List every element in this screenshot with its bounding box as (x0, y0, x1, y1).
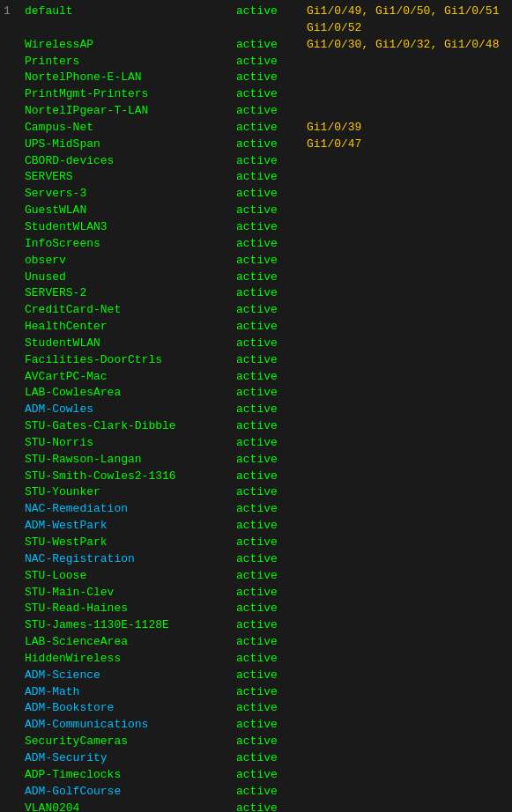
vlan-status: active (236, 385, 307, 402)
table-row: StudentWLAN active (0, 336, 512, 352)
row-number (4, 484, 25, 501)
table-row: CBORD-devices active (0, 153, 512, 170)
vlan-name: LAB-ScienceArea (25, 634, 236, 651)
vlan-status: active (236, 585, 307, 602)
vlan-ports (307, 336, 508, 352)
row-number (4, 734, 25, 750)
vlan-name: UPS-MidSpan (25, 137, 236, 153)
vlan-status: active (236, 617, 307, 634)
vlan-name: STU-James-1130E-1128E (25, 617, 236, 634)
vlan-ports (307, 501, 508, 518)
table-row: WirelessAP active Gi1/0/30, Gi1/0/32, Gi… (0, 37, 512, 54)
vlan-status: active (236, 169, 307, 186)
vlan-status: active (236, 435, 307, 452)
table-row: ADM-Science active (0, 668, 512, 684)
vlan-name: observ (25, 253, 236, 269)
vlan-name: NAC-Remediation (25, 501, 236, 518)
vlan-ports (307, 186, 508, 203)
row-number (4, 186, 25, 203)
vlan-name: VLAN0204 (25, 801, 236, 813)
vlan-status: active (236, 203, 307, 219)
vlan-name: Printers (25, 54, 236, 70)
vlan-status: active (236, 285, 307, 302)
vlan-name: WirelessAP (25, 37, 236, 54)
table-row: NAC-Remediation active (0, 501, 512, 518)
vlan-ports (307, 535, 508, 551)
vlan-status: active (236, 137, 307, 153)
vlan-status: active (236, 501, 307, 518)
table-row: ADM-Bookstore active (0, 700, 512, 717)
table-row: SERVERS active (0, 169, 512, 186)
vlan-ports (307, 253, 508, 269)
vlan-ports (307, 750, 508, 767)
vlan-name: STU-Loose (25, 568, 236, 585)
vlan-name: STU-Main-Clev (25, 585, 236, 602)
vlan-status: active (236, 103, 307, 120)
vlan-ports (307, 269, 508, 286)
row-number (4, 767, 25, 784)
vlan-name: ADM-Communications (25, 717, 236, 734)
vlan-ports (307, 767, 508, 784)
vlan-name: STU-Younker (25, 484, 236, 501)
table-row: LAB-ScienceArea active (0, 634, 512, 651)
vlan-name: SERVERS (25, 169, 236, 186)
table-row: STU-James-1130E-1128E active (0, 617, 512, 634)
table-row: SecurityCameras active (0, 734, 512, 750)
vlan-status: active (236, 750, 307, 767)
table-row: VLAN0204 active (0, 801, 512, 813)
vlan-status: active (236, 767, 307, 784)
row-number (4, 452, 25, 469)
row-number (4, 435, 25, 452)
vlan-name: Facilities-DoorCtrls (25, 352, 236, 369)
vlan-name: PrintMgmt-Printers (25, 86, 236, 103)
vlan-name: ADM-Math (25, 684, 236, 701)
vlan-status: active (236, 651, 307, 668)
vlan-name: SERVERS-2 (25, 285, 236, 302)
row-number: 1 (4, 4, 25, 20)
row-number (4, 219, 25, 236)
row-number (4, 86, 25, 103)
vlan-status: active (236, 302, 307, 319)
vlan-status: active (236, 518, 307, 535)
vlan-ports (307, 319, 508, 336)
vlan-ports (307, 302, 508, 319)
row-number (4, 153, 25, 170)
table-row: HealthCenter active (0, 319, 512, 336)
vlan-ports (307, 103, 508, 120)
table-row: Unused active (0, 269, 512, 286)
vlan-ports (307, 435, 508, 452)
vlan-status: active (236, 219, 307, 236)
table-row: Servers-3 active (0, 186, 512, 203)
table-row: ADM-Security active (0, 750, 512, 767)
vlan-ports (307, 684, 508, 701)
vlan-ports (307, 203, 508, 219)
vlan-ports (307, 402, 508, 418)
vlan-ports (307, 734, 508, 750)
table-row: StudentWLAN3 active (0, 219, 512, 236)
vlan-name: STU-WestPark (25, 535, 236, 551)
row-number (4, 236, 25, 253)
table-row: ADM-GolfCourse active (0, 784, 512, 801)
table-row: NortelIPgear-T-LAN active (0, 103, 512, 120)
row-number (4, 518, 25, 535)
vlan-ports (307, 651, 508, 668)
vlan-name: Unused (25, 269, 236, 286)
vlan-ports (307, 784, 508, 801)
vlan-name: ADP-Timeclocks (25, 767, 236, 784)
row-number (4, 169, 25, 186)
vlan-name: ADM-Cowles (25, 402, 236, 418)
vlan-ports (307, 585, 508, 602)
table-row: ADM-WestPark active (0, 518, 512, 535)
row-number (4, 601, 25, 617)
vlan-name: STU-Rawson-Langan (25, 452, 236, 469)
vlan-ports (307, 484, 508, 501)
vlan-status: active (236, 535, 307, 551)
vlan-status: active (236, 120, 307, 137)
vlan-ports: Gi1/0/52 (307, 20, 508, 37)
vlan-name: AVCartPC-Mac (25, 369, 236, 386)
vlan-status: active (236, 253, 307, 269)
row-number (4, 801, 25, 813)
row-number (4, 103, 25, 120)
vlan-ports (307, 700, 508, 717)
row-number (4, 20, 25, 37)
